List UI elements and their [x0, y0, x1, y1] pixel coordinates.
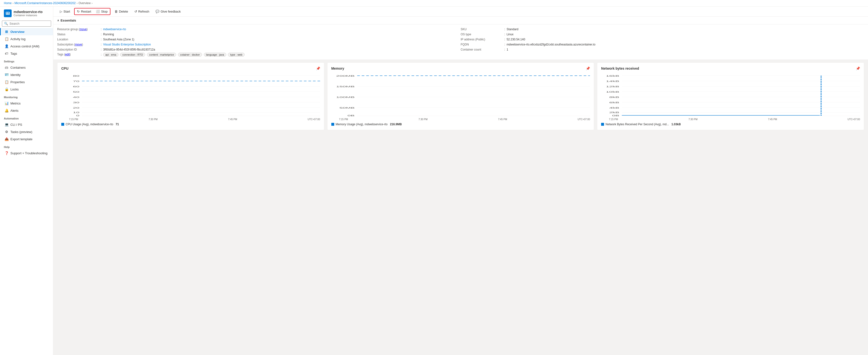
breadcrumb-sep-2: › — [77, 2, 78, 5]
essentials-sku-label: SKU — [461, 28, 504, 31]
breadcrumb-container[interactable]: Microsoft.ContainerInstances-20240606200… — [14, 1, 76, 5]
tag-api-ema: api : ema — [103, 53, 118, 57]
essentials-status-row: Status : Running — [57, 32, 461, 36]
sidebar-logo: mdwebservice-rto Container instances — [4, 9, 49, 17]
svg-rect-3 — [6, 13, 7, 14]
network-x-labels: 7:15 PM7:30 PM7:45 PMUTC+07:00 — [601, 117, 860, 121]
sidebar-item-identity[interactable]: 🪪 Identity — [0, 71, 53, 78]
svg-text:12kB: 12kB — [606, 85, 619, 88]
essentials-left-col: Resource group (move) : mdwebservice-rto… — [57, 27, 461, 57]
sidebar-item-containers[interactable]: 🗃 Containers — [0, 64, 53, 71]
essentials-right-col: SKU : Standard OS type : Linux IP addres… — [461, 27, 864, 57]
tasks-icon: ⚙ — [5, 130, 8, 134]
svg-text:10kB: 10kB — [606, 91, 619, 93]
cpu-x-labels: 7:15 PM7:30 PM7:45 PMUTC+07:00 — [61, 117, 320, 121]
stop-icon: ⬜ — [96, 10, 100, 13]
start-label: Start — [63, 10, 70, 13]
delete-label: Delete — [119, 10, 128, 13]
refresh-button[interactable]: ↺ Refresh — [132, 8, 152, 15]
essentials-status-value: Running — [103, 33, 114, 36]
sidebar-item-activity-log[interactable]: 📋 Activity log — [0, 35, 53, 42]
svg-text:20: 20 — [73, 107, 80, 109]
essentials-subscription-id-row: Subscription ID : 3f60d81e-954d-453f-85f… — [57, 48, 461, 51]
search-box[interactable]: 🔍 — [2, 21, 51, 27]
memory-chart-card: Memory 📌 200MB 150MB 100MB 50MB 0B — [327, 62, 594, 130]
essentials-title: Essentials — [61, 19, 76, 22]
restart-label: Restart — [81, 10, 91, 13]
svg-text:70: 70 — [73, 80, 80, 82]
essentials-os-value: Linux — [507, 33, 514, 36]
svg-text:6kB: 6kB — [609, 101, 619, 104]
cpu-pin-button[interactable]: 📌 — [316, 67, 320, 70]
delete-icon: 🗑 — [115, 10, 118, 13]
cpu-chart-card: CPU 📌 80 70 60 50 40 30 20 10 0 — [57, 62, 324, 130]
network-pin-button[interactable]: 📌 — [856, 67, 860, 70]
network-chart-legend: Network Bytes Received Per Second (Avg),… — [601, 122, 860, 126]
subscription-move-link[interactable]: move — [75, 43, 82, 46]
essentials-fqdn-row: FQDN : mdwebservice-rto.e6cxbzd2fgd2cxbt… — [461, 42, 864, 46]
sidebar-item-properties-label: Properties — [10, 80, 25, 84]
sidebar-item-locks[interactable]: 🔒 Locks — [0, 85, 53, 93]
svg-text:100MB: 100MB — [336, 96, 354, 98]
essentials-section: ∧ Essentials Resource group (move) : mdw… — [53, 17, 868, 60]
sidebar-nav: ⊞ Overview 📋 Activity log 👤 Access contr… — [0, 28, 53, 355]
essentials-fqdn-value: mdwebservice-rto.e6cxbzd2fgd2cxbt.southe… — [507, 43, 595, 46]
svg-rect-1 — [6, 12, 7, 13]
essentials-header[interactable]: ∧ Essentials — [53, 17, 868, 25]
sidebar-item-access-control[interactable]: 👤 Access control (IAM) — [0, 42, 53, 50]
resource-type: Container instances — [13, 14, 42, 17]
memory-legend-label: Memory Usage (Avg), mdwebservice-rto — [336, 122, 388, 126]
cpu-chart-title: CPU — [61, 67, 68, 70]
stop-button[interactable]: ⬜ Stop — [93, 8, 110, 14]
sidebar-item-cli-ps[interactable]: 💻 CLI / PS — [0, 121, 53, 128]
tag-connection-rto: connection : RTO — [120, 53, 145, 57]
start-button[interactable]: ▷ Start — [57, 8, 73, 15]
memory-x-labels: 7:15 PM7:30 PM7:45 PMUTC+07:00 — [331, 117, 590, 121]
sidebar-item-export-template-label: Export template — [10, 137, 32, 141]
automation-section-label: Automation — [0, 114, 53, 121]
cpu-legend-label: CPU Usage (Avg), mdwebservice-rto — [66, 122, 113, 126]
cpu-chart-svg: 80 70 60 50 40 30 20 10 0 — [61, 73, 320, 117]
network-chart-title: Network bytes received — [601, 67, 639, 70]
essentials-subscription-row: Subscription (move) : Visual Studio Ente… — [57, 42, 461, 46]
sidebar-item-metrics[interactable]: 📊 Metrics — [0, 100, 53, 107]
sidebar-item-metrics-label: Metrics — [10, 102, 21, 105]
delete-button[interactable]: 🗑 Delete — [112, 8, 131, 15]
sidebar-item-export-template[interactable]: 📤 Export template — [0, 135, 53, 143]
network-legend-label: Network Bytes Received Per Second (Avg),… — [606, 122, 669, 126]
subscription-value-link[interactable]: Visual Studio Enterprise Subscription — [103, 43, 151, 46]
sidebar-item-support[interactable]: ❓ Support + Troubleshooting — [0, 149, 53, 157]
sidebar-item-tags[interactable]: 🏷 Tags — [0, 50, 53, 57]
search-input[interactable] — [9, 22, 49, 25]
svg-text:60: 60 — [73, 85, 80, 88]
svg-text:30: 30 — [73, 101, 80, 104]
sidebar-item-identity-label: Identity — [10, 73, 21, 77]
svg-text:40: 40 — [73, 96, 80, 98]
sidebar-item-overview[interactable]: ⊞ Overview — [0, 28, 53, 35]
sidebar-item-support-label: Support + Troubleshooting — [10, 151, 48, 155]
give-feedback-icon: 💬 — [155, 10, 159, 13]
sidebar-item-alerts[interactable]: 🔔 Alerts — [0, 107, 53, 114]
cpu-legend-value: 71 — [116, 122, 119, 126]
restart-button[interactable]: ↻ Restart — [74, 8, 93, 14]
resource-group-value-link[interactable]: mdwebservice-rto — [103, 28, 126, 31]
cli-ps-icon: 💻 — [5, 122, 8, 127]
stop-label: Stop — [101, 10, 107, 13]
sidebar: mdwebservice-rto Container instances 🔍 ⊞… — [0, 6, 53, 355]
sidebar-item-tasks[interactable]: ⚙ Tasks (preview) — [0, 128, 53, 135]
resource-group-move-link[interactable]: move — [80, 28, 87, 31]
overview-icon: ⊞ — [5, 30, 8, 34]
breadcrumb-home[interactable]: Home — [4, 1, 11, 5]
cpu-chart-legend: CPU Usage (Avg), mdwebservice-rto 71 — [61, 122, 320, 126]
network-legend-color — [601, 123, 604, 126]
memory-pin-button[interactable]: 📌 — [586, 67, 590, 70]
essentials-status-label: Status — [57, 33, 101, 36]
sidebar-item-properties[interactable]: 📋 Properties — [0, 78, 53, 85]
alerts-icon: 🔔 — [5, 109, 8, 112]
support-icon: ❓ — [5, 151, 8, 155]
refresh-icon: ↺ — [134, 10, 137, 13]
svg-text:4kB: 4kB — [609, 107, 619, 109]
essentials-subscription-id-label: Subscription ID — [57, 48, 101, 51]
tags-edit-link[interactable]: edit — [65, 53, 70, 56]
give-feedback-button[interactable]: 💬 Give feedback — [153, 8, 183, 15]
